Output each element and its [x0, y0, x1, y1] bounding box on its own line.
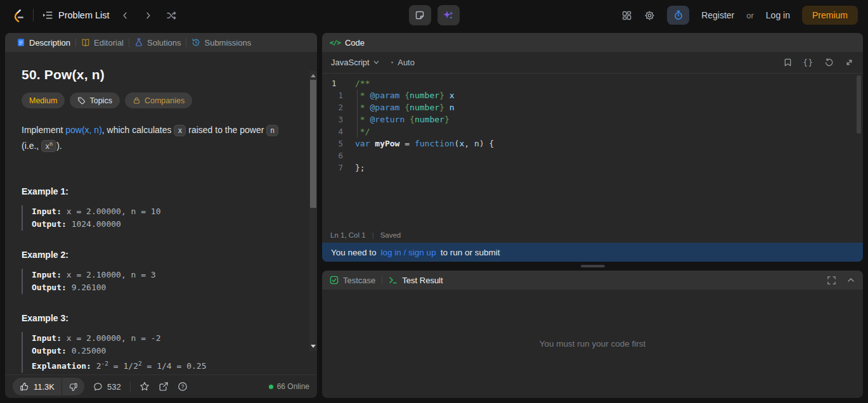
- code-line: 1/**: [322, 77, 863, 89]
- banner-text-post: to run or submit: [441, 248, 500, 257]
- leetcode-logo[interactable]: [10, 8, 25, 23]
- login-link[interactable]: Log in: [766, 10, 790, 20]
- tag-icon: [77, 96, 86, 105]
- chevron-up-icon: [846, 276, 855, 285]
- editor-toolbar-icons: {}: [783, 58, 854, 67]
- problem-footer: 11.3K 532: [5, 374, 317, 398]
- premium-button[interactable]: Premium: [802, 6, 858, 25]
- favorite-button[interactable]: [139, 381, 150, 392]
- tab-testcase[interactable]: Testcase: [330, 276, 375, 285]
- topics-badge[interactable]: Topics: [70, 93, 119, 108]
- reset-code-button[interactable]: [824, 58, 834, 67]
- bookmark-button[interactable]: [783, 58, 793, 67]
- divider: [33, 9, 34, 22]
- dislike-button[interactable]: [62, 378, 84, 395]
- note-icon: [415, 10, 425, 20]
- code-editor[interactable]: 1/**1 * @param {number} x2 * @param {num…: [322, 74, 863, 227]
- login-banner: You need to log in / sign up to run or s…: [322, 243, 863, 262]
- dot-separator: •: [391, 59, 394, 66]
- problem-list-button[interactable]: Problem List: [42, 10, 110, 21]
- settings-button[interactable]: [644, 10, 655, 21]
- pow-link[interactable]: pow(x, n): [65, 125, 102, 135]
- code-line: 7};: [322, 162, 863, 174]
- example-2-label: Example 2:: [22, 250, 292, 260]
- difficulty-badge[interactable]: Medium: [22, 93, 65, 108]
- format-code-button[interactable]: {}: [803, 58, 813, 67]
- code-line: 3 * @return {number}: [322, 113, 863, 125]
- code-n: n: [266, 125, 278, 136]
- code-panel-header: </> Code: [322, 33, 863, 52]
- navbar-left: Problem List: [10, 8, 179, 23]
- code-panel: </> Code JavaScript • Auto: [322, 33, 863, 262]
- problem-tabbar: Description Editorial Solutions: [5, 33, 317, 52]
- companies-label: Companies: [145, 96, 185, 105]
- cursor-position: Ln 1, Col 1: [330, 231, 366, 239]
- language-value: JavaScript: [331, 58, 370, 67]
- fullscreen-button[interactable]: [827, 276, 836, 285]
- companies-badge[interactable]: Companies: [125, 93, 192, 108]
- comment-count: 532: [107, 382, 121, 392]
- tab-editorial[interactable]: Editorial: [76, 33, 129, 52]
- reset-icon: [824, 58, 834, 67]
- tab-submissions[interactable]: Submissions: [186, 33, 256, 52]
- stopwatch-icon: [673, 10, 683, 20]
- lock-icon: [133, 96, 141, 105]
- problem-list-label: Problem List: [58, 10, 110, 20]
- apps-grid-icon: [621, 10, 632, 21]
- indent-guide: [357, 89, 358, 138]
- tab-label: Description: [29, 38, 70, 48]
- divider: |: [372, 231, 374, 239]
- auto-mode[interactable]: • Auto: [391, 58, 415, 67]
- tab-test-result[interactable]: Test Result: [389, 276, 443, 285]
- like-button[interactable]: 11.3K: [13, 378, 62, 395]
- checkbox-icon: [330, 276, 339, 285]
- code-x: x: [174, 125, 186, 136]
- code-lines: 1/**1 * @param {number} x2 * @param {num…: [322, 77, 863, 174]
- scroll-down-arrow[interactable]: [311, 345, 316, 348]
- ai-assistant-button[interactable]: [437, 5, 460, 25]
- comments-button[interactable]: 532: [93, 382, 121, 392]
- star-icon: [139, 381, 150, 392]
- layout-grid-button[interactable]: [621, 10, 632, 21]
- scroll-up-arrow[interactable]: [311, 74, 316, 77]
- problem-description: 50. Pow(x, n) Medium Topics: [5, 52, 317, 374]
- code-line: 1 * @param {number} x: [322, 89, 863, 101]
- language-select[interactable]: JavaScript: [331, 58, 380, 67]
- right-column: </> Code JavaScript • Auto: [322, 33, 863, 398]
- shuffle-button[interactable]: [164, 9, 179, 22]
- help-button[interactable]: ?: [178, 381, 188, 392]
- next-problem-button[interactable]: [141, 10, 155, 22]
- testcase-panel: Testcase Test Result: [322, 271, 863, 398]
- banner-text-pre: You need to: [331, 248, 377, 257]
- auto-label: Auto: [398, 58, 415, 67]
- divider: [382, 276, 382, 285]
- editorial-icon: [81, 38, 90, 47]
- login-signup-link[interactable]: log in / sign up: [381, 248, 436, 257]
- tab-description[interactable]: Description: [11, 33, 75, 52]
- tab-solutions[interactable]: Solutions: [129, 33, 186, 52]
- register-link[interactable]: Register: [701, 10, 734, 20]
- share-button[interactable]: [159, 381, 169, 392]
- navbar: Problem List: [0, 0, 868, 30]
- prev-problem-button[interactable]: [118, 10, 133, 22]
- code-line: 4 */: [322, 125, 863, 138]
- drag-handle[interactable]: [581, 265, 605, 267]
- bookmark-icon: [783, 58, 793, 67]
- empty-result-message: You must run your code first: [540, 339, 646, 349]
- problem-title: 50. Pow(x, n): [22, 67, 292, 82]
- vote-group: 11.3K: [13, 378, 84, 395]
- notes-button[interactable]: [409, 5, 431, 25]
- divider: [130, 381, 131, 392]
- help-icon: ?: [178, 381, 188, 392]
- expand-editor-button[interactable]: [845, 58, 854, 67]
- tab-label: Editorial: [94, 38, 124, 48]
- scrollbar-thumb[interactable]: [310, 80, 316, 208]
- online-count: 66 Online: [277, 382, 309, 391]
- editor-scrollbar-thumb[interactable]: [857, 75, 861, 134]
- testcase-tab-label: Testcase: [343, 276, 375, 285]
- timer-button[interactable]: [667, 6, 689, 25]
- testcase-header-icons: [827, 276, 855, 285]
- description-scrollbar[interactable]: [309, 71, 317, 351]
- collapse-panel-button[interactable]: [846, 276, 855, 285]
- panel-resize-gap: [322, 262, 863, 271]
